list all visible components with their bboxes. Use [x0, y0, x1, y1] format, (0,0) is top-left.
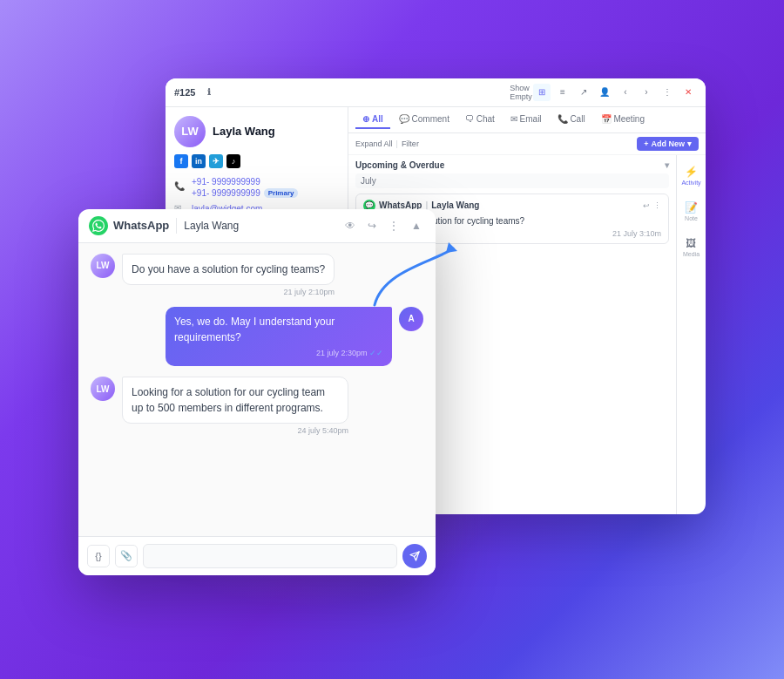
- view-list-icon[interactable]: ≡: [554, 84, 571, 101]
- activity-action-reply[interactable]: ↩: [643, 201, 650, 210]
- media-sidebar-label: Media: [683, 251, 700, 257]
- linkedin-icon[interactable]: in: [192, 154, 206, 168]
- note-sidebar-label: Note: [685, 215, 698, 221]
- expand-all-btn[interactable]: Expand All: [355, 139, 393, 148]
- message-row-2: A Yes, we do. May I understand your requ…: [91, 307, 423, 367]
- crm-toolbar: Expand All | Filter + Add New ▾: [348, 133, 706, 155]
- upcoming-section-header: Upcoming & Overdue ▾: [355, 160, 669, 170]
- add-new-button[interactable]: + Add New ▾: [637, 137, 699, 151]
- tab-comment[interactable]: 💬 Comment: [392, 111, 456, 129]
- activity-sidebar: ⚡ Activity 📝 Note 🖼 Media: [676, 155, 706, 514]
- msg-text-2: Yes, we do. May I understand your requir…: [174, 316, 335, 343]
- message-row-3: LW Looking for a solution for our cyclin…: [91, 377, 423, 435]
- msg-bubble-3: Looking for a solution for our cycling t…: [122, 377, 348, 424]
- msg-avatar-1: LW: [91, 254, 115, 278]
- ticket-id: #125: [174, 87, 195, 98]
- user-icon[interactable]: 👤: [596, 84, 613, 101]
- phone-value-2: +91- 9999999999 Primary: [192, 188, 298, 198]
- contact-header: LW Layla Wang: [174, 116, 339, 147]
- wa-title: WhatsApp: [113, 219, 169, 232]
- wa-messages: LW Do you have a solution for cycling te…: [78, 243, 436, 536]
- media-icon: 🖼: [686, 237, 696, 249]
- sidebar-activity-btn[interactable]: ⚡ Activity: [678, 162, 704, 189]
- wa-header-divider: [176, 218, 177, 234]
- view-grid-icon[interactable]: ⊞: [533, 84, 551, 101]
- msg-time-3: 24 july 5:40pm: [122, 426, 348, 435]
- tab-all[interactable]: ⊕All: [355, 111, 390, 129]
- more-icon[interactable]: ⋮: [659, 84, 676, 101]
- tab-email[interactable]: ✉ Email: [504, 111, 549, 129]
- wa-forward-btn[interactable]: ↪: [364, 218, 380, 234]
- activity-icon: ⚡: [685, 166, 698, 178]
- section-collapse-icon[interactable]: ▾: [665, 160, 669, 170]
- close-icon[interactable]: ✕: [679, 84, 697, 101]
- note-icon: 📝: [685, 201, 698, 214]
- tab-chat[interactable]: 🗨 Chat: [458, 111, 502, 129]
- phone-value-1: +91- 9999999999: [192, 177, 298, 187]
- contact-avatar: LW: [174, 116, 206, 147]
- info-icon[interactable]: ℹ: [200, 84, 218, 101]
- crm-tabs: ⊕All 💬 Comment 🗨 Chat ✉ Email 📞 Call 📅 M…: [348, 107, 706, 133]
- toolbar-right: + Add New ▾: [637, 137, 699, 151]
- primary-badge: Primary: [264, 188, 299, 198]
- msg-avatar-3: LW: [91, 377, 115, 401]
- send-button[interactable]: [402, 544, 427, 568]
- msg-text-1: Do you have a solution for cycling teams…: [132, 263, 325, 275]
- social-icons: f in ✈ ♪: [174, 154, 339, 168]
- double-check-icon: ✓✓: [369, 349, 383, 357]
- wa-more-btn[interactable]: ⋮: [385, 218, 402, 234]
- wa-header: WhatsApp Layla Wang 👁 ↪ ⋮ ▲: [78, 209, 436, 243]
- contact-name: Layla Wang: [213, 125, 275, 138]
- code-btn[interactable]: {}: [87, 545, 110, 567]
- whatsapp-popup: WhatsApp Layla Wang 👁 ↪ ⋮ ▲ LW Do you ha…: [78, 209, 436, 575]
- msg-bubble-2: Yes, we do. May I understand your requir…: [166, 307, 392, 367]
- phone-icon: 📞: [174, 181, 186, 194]
- wa-input-area: {} 📎: [78, 536, 436, 575]
- msg-bubble-1: Do you have a solution for cycling teams…: [122, 254, 335, 285]
- tiktok-icon[interactable]: ♪: [226, 154, 240, 168]
- activity-contact: Layla Wang: [431, 200, 479, 210]
- telegram-icon[interactable]: ✈: [209, 154, 223, 168]
- phone-row: 📞 +91- 9999999999 +91- 9999999999 Primar…: [174, 177, 339, 198]
- crm-titlebar: #125 ℹ Show Empty ⊞ ≡ ↗ 👤 ‹ › ⋮ ✕: [166, 78, 706, 107]
- titlebar-left: #125 ℹ: [174, 84, 218, 101]
- message-input[interactable]: [143, 544, 397, 568]
- wa-view-btn[interactable]: 👁: [341, 218, 359, 234]
- msg-avatar-2: A: [399, 307, 423, 331]
- sidebar-media-btn[interactable]: 🖼 Media: [679, 234, 703, 261]
- app-wrapper: #125 ℹ Show Empty ⊞ ≡ ↗ 👤 ‹ › ⋮ ✕ LW: [78, 78, 706, 601]
- share-icon[interactable]: ↗: [575, 84, 592, 101]
- prev-icon[interactable]: ‹: [617, 84, 634, 101]
- titlebar-right: Show Empty ⊞ ≡ ↗ 👤 ‹ › ⋮ ✕: [512, 84, 697, 101]
- filter-btn[interactable]: Filter: [402, 139, 419, 148]
- wa-header-actions: 👁 ↪ ⋮ ▲: [341, 218, 425, 234]
- activity-meta: ↩ ⋮: [643, 201, 661, 210]
- wa-logo: WhatsApp: [89, 216, 169, 235]
- avatar-initials: LW: [181, 125, 199, 138]
- facebook-icon[interactable]: f: [174, 154, 188, 168]
- wa-collapse-btn[interactable]: ▲: [408, 218, 425, 234]
- activity-action-more[interactable]: ⋮: [653, 201, 661, 210]
- attachment-btn[interactable]: 📎: [115, 545, 138, 567]
- msg-time-1: 21 july 2:10pm: [122, 288, 335, 296]
- sidebar-note-btn[interactable]: 📝 Note: [681, 198, 701, 225]
- next-icon[interactable]: ›: [638, 84, 655, 101]
- month-label: July: [355, 173, 669, 188]
- upcoming-title: Upcoming & Overdue: [355, 160, 444, 170]
- msg-text-3: Looking for a solution for our cycling t…: [132, 386, 325, 414]
- activity-sidebar-label: Activity: [681, 180, 700, 186]
- toolbar-left: Expand All | Filter: [355, 139, 419, 148]
- tab-call[interactable]: 📞 Call: [551, 111, 592, 129]
- msg-time-2: 21 july 2:30pm ✓✓: [174, 348, 383, 360]
- show-empty-toggle[interactable]: Show Empty: [512, 84, 530, 101]
- wa-contact-name: Layla Wang: [184, 220, 335, 232]
- tab-meeting[interactable]: 📅 Meeting: [594, 111, 652, 129]
- message-row-1: LW Do you have a solution for cycling te…: [91, 254, 423, 296]
- whatsapp-logo-icon: [89, 216, 108, 235]
